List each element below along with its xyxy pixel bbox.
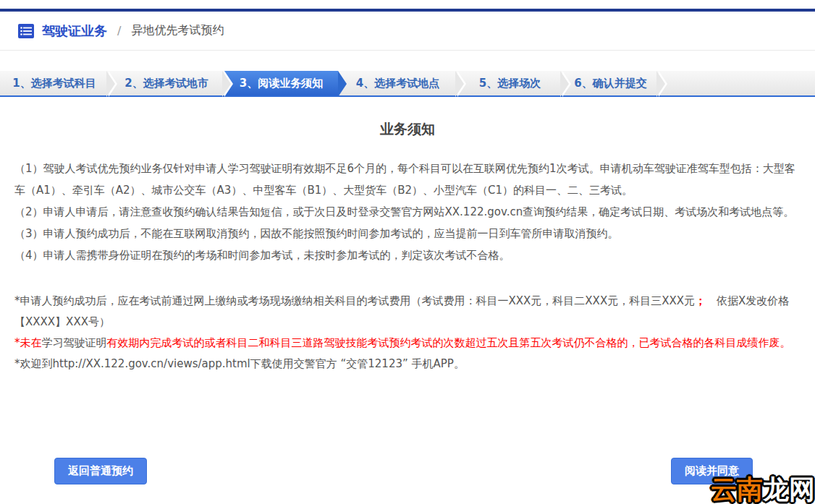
breadcrumb-current: 异地优先考试预约 bbox=[131, 23, 224, 38]
notice-paragraph-1: （1）驾驶人考试优先预约业务仅针对申请人学习驾驶证明有效期不足6个月的，每个科目… bbox=[14, 158, 801, 201]
notice-paragraph-2: （2）申请人申请后，请注意查收预约确认结果告知短信，或于次日及时登录交警官方网站… bbox=[14, 201, 801, 223]
warning-red-rest: 有效期内完成考试的或者科目二和科目三道路驾驶技能考试预约考试的次数超过五次且第五… bbox=[107, 336, 791, 349]
site-watermark: 云南龙网 bbox=[711, 477, 815, 503]
step-tab-label: 4、选择考试地点 bbox=[356, 77, 439, 90]
breadcrumb-separator: / bbox=[117, 24, 121, 38]
step-bar-filler bbox=[659, 71, 815, 95]
step-tab-4-exam-site[interactable]: 4、选择考试地点 bbox=[338, 71, 457, 95]
step-tab-label: 5、选择场次 bbox=[479, 77, 541, 90]
step-tab-label: 2、选择考试地市 bbox=[124, 77, 208, 90]
warning-red-start: *未在 bbox=[14, 336, 42, 349]
step-tab-2-exam-city[interactable]: 2、选择考试地市 bbox=[109, 71, 224, 95]
step-progress-bar: 1、选择考试科目 2、选择考试地市 3、阅读业务须知 4、选择考试地点 5、选择… bbox=[0, 71, 815, 97]
footer-actions: 返回普通预约 阅读并同意 bbox=[0, 458, 815, 484]
section-title[interactable]: 驾驶证业务 bbox=[42, 22, 107, 40]
step-tab-3-read-notice[interactable]: 3、阅读业务须知 bbox=[224, 71, 338, 95]
page-header: 驾驶证业务 / 异地优先考试预约 bbox=[0, 12, 815, 51]
notice-body: （1）驾驶人考试优先预约业务仅针对申请人学习驾驶证明有效期不足6个月的，每个科目… bbox=[0, 158, 815, 375]
step-tab-6-confirm-submit[interactable]: 6、确认并提交 bbox=[562, 71, 659, 95]
notice-title: 业务须知 bbox=[0, 120, 815, 139]
fee-note-red-mark: ； bbox=[695, 294, 706, 307]
watermark-white-text: 龙网 bbox=[763, 474, 815, 504]
step-tab-5-session[interactable]: 5、选择场次 bbox=[457, 71, 562, 95]
notice-paragraph-3: （3）申请人预约成功后，不能在互联网取消预约，因故不能按照预约时间参加考试的，应… bbox=[14, 223, 801, 244]
list-icon bbox=[17, 22, 35, 40]
step-tab-1-exam-subject[interactable]: 1、选择考试科目 bbox=[0, 71, 109, 95]
warning-note: *未在学习驾驶证明有效期内完成考试的或者科目二和科目三道路驾驶技能考试预约考试的… bbox=[14, 333, 801, 354]
watermark-orange-text: 云南 bbox=[711, 474, 763, 504]
notice-paragraph-4: （4）申请人需携带身份证明在预约的考场和时间参加考试，未按时参加考试的，判定该次… bbox=[14, 244, 801, 266]
step-tab-label: 1、选择考试科目 bbox=[12, 77, 96, 90]
step-tab-label: 6、确认并提交 bbox=[574, 77, 646, 90]
fee-note-text: *申请人预约成功后，应在考试前通过网上缴纳或考场现场缴纳相关科目的考试费用（考试… bbox=[14, 294, 695, 307]
fee-note: *申请人预约成功后，应在考试前通过网上缴纳或考场现场缴纳相关科目的考试费用（考试… bbox=[14, 291, 801, 333]
warning-gray-mid: 学习驾驶证明 bbox=[42, 336, 107, 349]
notice-footnotes: *申请人预约成功后，应在考试前通过网上缴纳或考场现场缴纳相关科目的考试费用（考试… bbox=[14, 291, 801, 375]
app-note: *欢迎到http://XX.122.gov.cn/views/app.html下… bbox=[14, 354, 801, 375]
step-tab-label: 3、阅读业务须知 bbox=[240, 77, 323, 90]
back-to-normal-booking-button[interactable]: 返回普通预约 bbox=[54, 458, 147, 484]
